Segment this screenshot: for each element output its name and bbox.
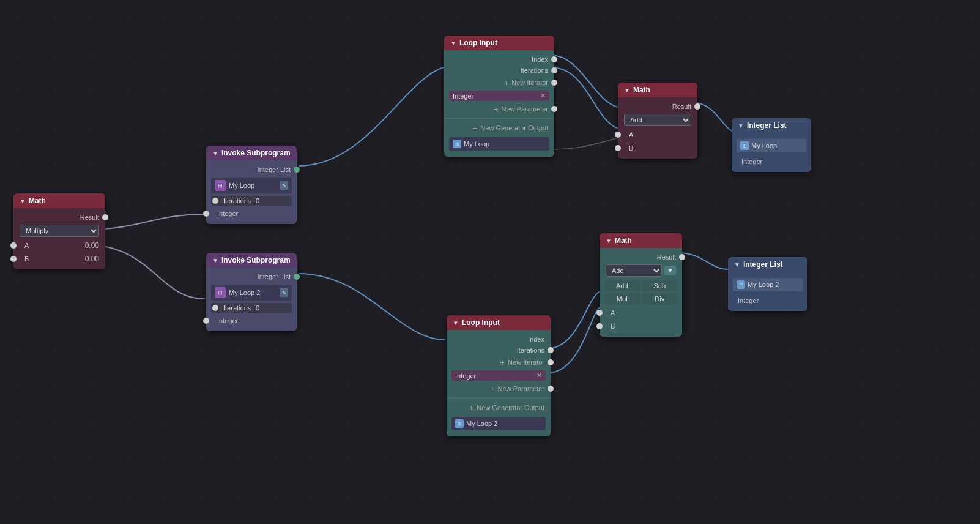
- invoke-subprogram-1: ▼ Invoke Subprogram Integer List ⊞ My Lo…: [206, 146, 297, 224]
- loop1-plus-icon-3: +: [473, 124, 478, 133]
- math2-op-select[interactable]: Add Multiply Sub: [624, 114, 691, 126]
- loop1-close-btn[interactable]: ✕: [540, 92, 546, 100]
- loop1-iterations-port: [551, 67, 557, 73]
- loop2-plus-icon: +: [500, 358, 505, 367]
- loop2-new-iterator-row[interactable]: + New Iterator: [447, 356, 551, 369]
- math3-sub-btn[interactable]: Sub: [642, 280, 678, 291]
- math3-a-label: A: [611, 309, 615, 316]
- loop2-divider: [447, 398, 551, 399]
- math-node-1-op-row[interactable]: Multiply Add Sub: [13, 223, 105, 239]
- math3-op-buttons: Add Sub: [604, 280, 677, 291]
- intlist2-integer-label: Integer: [738, 297, 759, 304]
- math3-op-select[interactable]: Add Multiply: [606, 264, 662, 277]
- math-node-1-header: ▼ Math: [13, 193, 105, 208]
- math-node-2-body: Result Add Multiply Sub A B: [618, 97, 697, 159]
- invoke1-iter-value: 0: [256, 197, 288, 204]
- loop1-my-loop-label: My Loop: [464, 140, 489, 148]
- math3-div-btn[interactable]: Div: [642, 293, 678, 304]
- chevron-icon-6: ▼: [738, 122, 744, 129]
- invoke1-integer-label: Integer: [217, 210, 238, 217]
- invoke-subprogram-2-body: Integer List ⊞ My Loop 2 ✎ Iterations 0 …: [206, 268, 297, 331]
- math3-op-row[interactable]: Add Multiply ▼: [600, 263, 682, 279]
- math-node-2-title: Math: [633, 86, 650, 94]
- intlist1-integer-row: Integer: [732, 155, 811, 168]
- invoke1-integer-port: [203, 211, 209, 217]
- loop1-grid-icon: ⊞: [453, 140, 461, 148]
- loop1-plus-icon: +: [503, 78, 508, 88]
- invoke2-output-row: Integer List: [206, 271, 297, 282]
- loop2-new-iterator-label: New Iterator: [508, 359, 544, 366]
- math-node-3: ▼ Math Result Add Multiply ▼ Add Sub Mul…: [600, 233, 682, 337]
- invoke1-loop-row: ⊞ My Loop ✎: [211, 178, 292, 193]
- math-node-1-a-row: A 0.00: [13, 239, 105, 252]
- invoke1-edit-icon[interactable]: ✎: [280, 181, 288, 190]
- loop2-iterations-row: Iterations: [447, 345, 551, 356]
- loop1-divider: [444, 118, 554, 119]
- loop-input-1-body: Index Iterations + New Iterator Integer …: [444, 50, 554, 157]
- math-node-1-result-row: Result: [13, 212, 105, 223]
- loop2-iterations-port: [548, 347, 554, 353]
- math-node-1-body: Result Multiply Add Sub A 0.00 B 0.00: [13, 208, 105, 269]
- loop2-new-parameter-label: New Parameter: [498, 385, 544, 392]
- math2-op-row[interactable]: Add Multiply Sub: [618, 112, 697, 128]
- loop1-new-iterator-row[interactable]: + New Iterator: [444, 76, 554, 89]
- math2-b-row: B: [618, 141, 697, 155]
- loop1-iterations-row: Iterations: [444, 65, 554, 76]
- invoke-subprogram-1-body: Integer List ⊞ My Loop ✎ Iterations 0 In…: [206, 160, 297, 224]
- intlist2-myloop-row: ⊞ My Loop 2: [733, 278, 803, 291]
- math-node-1-op-select[interactable]: Multiply Add Sub: [20, 225, 99, 237]
- invoke2-iter-port: [212, 305, 218, 311]
- loop-input-2: ▼ Loop Input Index Iterations + New Iter…: [447, 315, 551, 436]
- math-node-3-header: ▼ Math: [600, 233, 682, 248]
- intlist1-integer-label: Integer: [741, 158, 762, 165]
- chevron-icon-7: ▼: [453, 320, 459, 326]
- loop2-integer-label: Integer: [455, 372, 476, 380]
- math3-mul-btn[interactable]: Mul: [604, 293, 640, 304]
- integer-list-2: ▼ Integer List ⊞ My Loop 2 Integer: [728, 257, 807, 311]
- loop2-close-btn[interactable]: ✕: [536, 372, 542, 380]
- intlist1-myloop-label: My Loop: [751, 142, 777, 149]
- math-node-1-b-label: B: [24, 255, 29, 263]
- loop2-plus-icon-2: +: [490, 384, 495, 394]
- math-node-1-result-port: [102, 214, 108, 220]
- invoke-subprogram-1-header: ▼ Invoke Subprogram: [206, 146, 297, 160]
- loop2-new-gen-label: New Generator Output: [477, 404, 544, 411]
- math3-dropdown-btn[interactable]: ▼: [664, 266, 676, 275]
- loop2-my-loop-row: ⊞ My Loop 2: [451, 417, 546, 430]
- math-node-1-result-label: Result: [80, 214, 99, 221]
- math-node-2: ▼ Math Result Add Multiply Sub A B: [618, 83, 697, 159]
- loop1-new-parameter-label: New Parameter: [502, 105, 548, 113]
- math2-a-row: A: [618, 128, 697, 141]
- invoke2-edit-icon[interactable]: ✎: [280, 288, 288, 297]
- chevron-icon-4: ▼: [450, 40, 456, 47]
- math-node-1-a-label: A: [24, 242, 29, 249]
- invoke2-integer-label: Integer: [217, 317, 238, 324]
- math3-result-port: [679, 254, 685, 260]
- invoke2-loop-icon: ⊞: [215, 287, 226, 298]
- integer-list-2-body: ⊞ My Loop 2 Integer: [728, 272, 807, 311]
- intlist1-grid-icon: ⊞: [740, 141, 749, 150]
- loop2-new-gen-row[interactable]: + New Generator Output: [447, 401, 551, 414]
- invoke-subprogram-2-header: ▼ Invoke Subprogram: [206, 253, 297, 268]
- invoke-subprogram-2-title: Invoke Subprogram: [221, 256, 291, 264]
- loop1-new-parameter-row[interactable]: + New Parameter: [444, 102, 554, 116]
- math3-result-label: Result: [657, 253, 676, 261]
- loop2-my-loop-label: My Loop 2: [466, 420, 497, 427]
- loop1-new-gen-row[interactable]: + New Generator Output: [444, 121, 554, 135]
- math-node-1-b-port: [10, 256, 17, 262]
- math-node-1-b-value: 0.00: [85, 255, 99, 263]
- integer-list-1-header: ▼ Integer List: [732, 118, 811, 133]
- loop1-new-iterator-port: [551, 80, 557, 86]
- math3-op-buttons-2: Mul Div: [604, 293, 677, 304]
- invoke1-iter-port: [212, 198, 218, 204]
- chevron-icon-2: ▼: [212, 150, 218, 157]
- math-node-1: ▼ Math Result Multiply Add Sub A 0.00 B …: [13, 193, 105, 269]
- integer-list-2-header: ▼ Integer List: [728, 257, 807, 272]
- loop2-new-parameter-row[interactable]: + New Parameter: [447, 382, 551, 395]
- math3-add-btn[interactable]: Add: [604, 280, 640, 291]
- loop1-new-iterator-label: New Iterator: [511, 79, 548, 86]
- intlist2-grid-icon: ⊞: [737, 280, 745, 289]
- math3-b-label: B: [611, 323, 615, 330]
- math-node-1-a-port: [10, 242, 17, 249]
- invoke2-iter-label: Iterations: [223, 304, 256, 312]
